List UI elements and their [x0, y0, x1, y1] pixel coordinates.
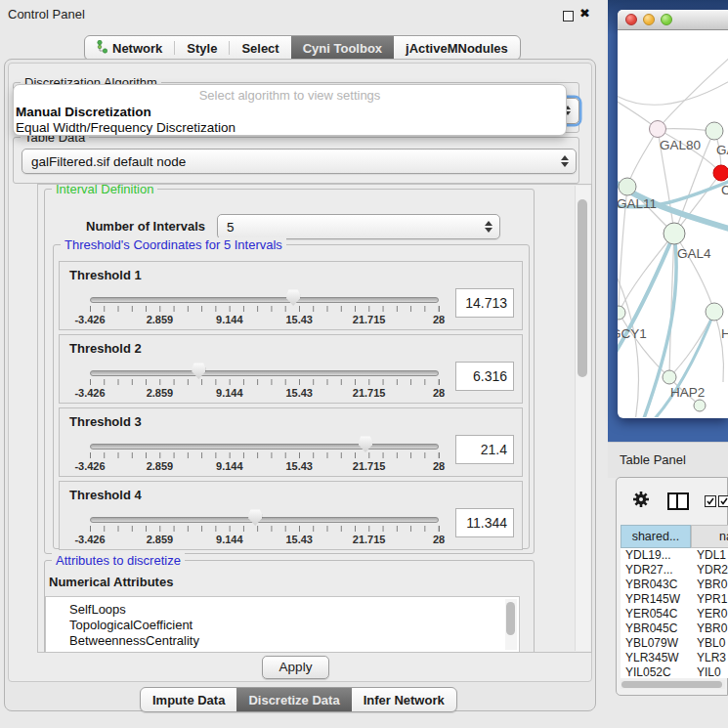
threshold-label: Threshold 1 — [69, 268, 142, 282]
table-row[interactable]: YDL19... YDL1 — [621, 548, 728, 563]
scrollbar-thumb[interactable] — [578, 199, 587, 377]
table-panel-toolbar — [617, 478, 727, 523]
threshold-slider[interactable]: -3.4262.8599.14415.4321.71528 — [90, 291, 439, 328]
slider-tick-labels: -3.4262.8599.14415.4321.71528 — [90, 460, 439, 473]
float-window-icon[interactable] — [563, 11, 574, 21]
table-horizontal-scrollbar[interactable] — [621, 680, 725, 689]
network-node-gal80[interactable] — [650, 121, 666, 138]
network-window[interactable]: GAL80GACGAL11GAL4GCY1HHAP2 — [618, 10, 728, 418]
network-node-label: GA — [716, 143, 728, 157]
threshold-label: Threshold 4 — [69, 488, 142, 502]
close-traffic-light-icon[interactable] — [625, 14, 637, 25]
table-cell: YBR0 — [691, 578, 727, 592]
slider-thumb[interactable] — [286, 289, 300, 306]
table-cell: YLR3 — [691, 651, 726, 665]
network-node-gcy1[interactable] — [618, 306, 625, 320]
table-row[interactable]: YER054C YER0 — [621, 607, 728, 621]
network-node[interactable] — [706, 122, 723, 140]
table-header-shared[interactable]: shared... — [621, 525, 691, 548]
table-row[interactable]: YIL052C YIL0 — [621, 665, 728, 678]
split-panel-icon[interactable] — [667, 492, 689, 510]
network-node-gal4[interactable] — [664, 223, 685, 244]
network-node-label: GAL80 — [660, 138, 701, 152]
scrollbar-thumb[interactable] — [621, 681, 722, 688]
tab-select[interactable]: Select — [230, 36, 290, 60]
tab-network-label: Network — [112, 41, 162, 56]
number-of-intervals-combobox[interactable]: 5 — [217, 214, 500, 239]
interval-definition-group-title: Interval Definition — [52, 184, 157, 196]
popup-item-manual-discretization[interactable]: Manual Discretization — [14, 104, 566, 119]
table-rows: YDL19... YDL1 YDR27... YDR2 YBR043C YBR0… — [621, 548, 728, 678]
network-node-label: GCY1 — [618, 326, 647, 341]
table-row[interactable]: YBR043C YBR0 — [621, 578, 728, 592]
slider-track[interactable] — [90, 444, 439, 450]
threshold-value-field[interactable]: 21.4 — [455, 435, 514, 464]
threshold-value-field[interactable]: 11.344 — [455, 508, 514, 537]
apply-button[interactable]: Apply — [262, 656, 329, 679]
tab-jactivemnodules[interactable]: jActiveMNodules — [394, 36, 520, 60]
gear-icon[interactable] — [632, 491, 650, 511]
table-cell: YPR1 — [691, 592, 727, 607]
network-node-hap2[interactable] — [663, 370, 676, 384]
table-header-name[interactable]: na — [691, 525, 728, 548]
slider-track[interactable] — [90, 297, 439, 303]
network-canvas[interactable]: GAL80GACGAL11GAL4GCY1HHAP2 — [618, 30, 728, 417]
network-node-gal11[interactable] — [619, 178, 636, 195]
combo-stepper-icon — [484, 221, 492, 233]
network-node[interactable] — [713, 165, 728, 181]
table-cell: YBR045C — [621, 621, 691, 636]
slider-thumb[interactable] — [248, 509, 262, 526]
slider-thumb[interactable] — [192, 363, 205, 379]
network-view-frame: GAL80GACGAL11GAL4GCY1HHAP2 — [608, 0, 728, 442]
tab-style[interactable]: Style — [175, 36, 229, 60]
interval-definition-group: Interval Definition Number of Intervals … — [44, 189, 535, 554]
table-row[interactable]: YBR045C YBR0 — [621, 621, 728, 636]
slider-thumb[interactable] — [359, 436, 372, 452]
attribute-list-item[interactable]: SelfLoops — [46, 602, 519, 618]
threshold-slider[interactable]: -3.4262.8599.14415.4321.71528 — [90, 511, 439, 548]
table-row[interactable]: YPR145W YPR1 — [621, 592, 728, 607]
slider-track[interactable] — [90, 517, 439, 523]
slider-tick-label: -3.426 — [74, 387, 105, 399]
threshold-label: Threshold 2 — [69, 341, 142, 356]
network-node[interactable] — [694, 400, 706, 411]
table-cell: YLR345W — [621, 651, 691, 665]
network-node[interactable] — [706, 303, 723, 321]
threshold-slider[interactable]: -3.4262.8599.14415.4321.71528 — [90, 364, 439, 402]
number-of-intervals-value: 5 — [218, 220, 484, 235]
table-row[interactable]: YDR27... YDR2 — [621, 563, 728, 578]
minimize-traffic-light-icon[interactable] — [643, 14, 655, 25]
zoom-traffic-light-icon[interactable] — [661, 14, 672, 25]
threshold-value-field[interactable]: 6.316 — [455, 362, 514, 391]
settings-scrollpane: Interval Definition Number of Intervals … — [37, 184, 592, 653]
slider-track[interactable] — [90, 370, 439, 376]
tab-cyni-toolbox[interactable]: Cyni Toolbox — [291, 36, 394, 60]
settings-vertical-scrollbar[interactable] — [575, 186, 590, 651]
attribute-list-item[interactable]: TopologicalCoefficient — [46, 618, 519, 633]
table-cell: YDR2 — [691, 563, 728, 578]
threshold-value-field[interactable]: 14.713 — [455, 288, 514, 318]
threshold-slider[interactable]: -3.4262.8599.14415.4321.71528 — [90, 438, 439, 475]
tab-discretize-data[interactable]: Discretize Data — [236, 688, 351, 711]
table-row[interactable]: YBL079W YBL0 — [621, 636, 728, 651]
table-data-combobox[interactable]: galFiltered.sif default node — [21, 149, 577, 174]
tab-infer-network[interactable]: Infer Network — [352, 688, 456, 711]
table-row[interactable]: YLR345W YLR3 — [621, 651, 728, 665]
tab-network[interactable]: Network — [85, 36, 174, 60]
attribute-list-item[interactable]: BetweennessCentrality — [46, 633, 519, 649]
number-of-intervals-label: Number of Intervals — [86, 219, 205, 234]
control-panel-title: Control Panel — [8, 7, 85, 21]
popup-item-equal-width-frequency[interactable]: Equal Width/Frequency Discretization — [14, 119, 566, 135]
checkbox-icon[interactable] — [718, 495, 728, 507]
network-graph: GAL80GACGAL11GAL4GCY1HHAP2 — [618, 30, 728, 417]
slider-tick-label: 21.715 — [353, 314, 386, 325]
table-cell: YER0 — [691, 607, 727, 621]
network-window-titlebar[interactable] — [618, 10, 728, 30]
scrollbar-thumb[interactable] — [506, 602, 515, 635]
attributes-list-scrollbar[interactable] — [505, 599, 517, 650]
cyni-bottom-tabbar: Impute Data Discretize Data Infer Networ… — [140, 687, 457, 712]
checkbox-icon[interactable] — [705, 495, 716, 507]
tab-impute-data[interactable]: Impute Data — [141, 688, 236, 711]
threshold-label: Threshold 3 — [69, 414, 142, 429]
close-icon[interactable]: ✖ — [579, 5, 590, 22]
